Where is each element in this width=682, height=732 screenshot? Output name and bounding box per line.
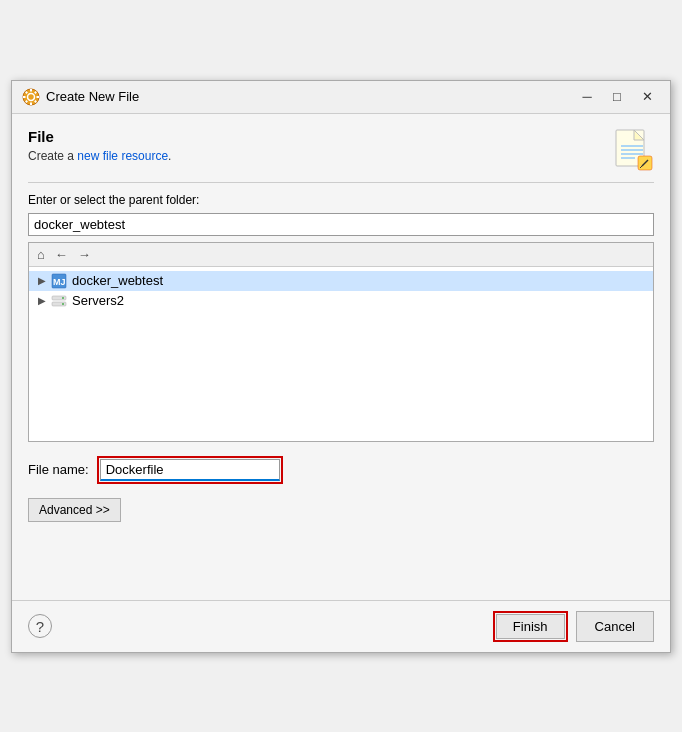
tree-extra-space — [29, 315, 653, 395]
filename-input-border — [97, 456, 283, 484]
tree-forward-button[interactable]: → — [76, 246, 93, 263]
desc-link[interactable]: new file resource — [77, 149, 168, 163]
finish-btn-wrapper: Finish — [493, 611, 568, 642]
close-button[interactable]: ✕ — [634, 87, 660, 107]
file-icon — [610, 128, 654, 172]
folder-section: Enter or select the parent folder: ⌂ ← → — [28, 193, 654, 442]
title-bar-controls: ─ □ ✕ — [574, 87, 660, 107]
svg-rect-3 — [30, 102, 32, 105]
back-icon: ← — [55, 247, 68, 262]
title-bar-left: Create New File — [22, 88, 139, 106]
bottom-spacer — [28, 532, 654, 582]
advanced-section: Advanced >> — [28, 494, 654, 522]
svg-rect-2 — [30, 89, 32, 92]
tree-toolbar: ⌂ ← → — [29, 243, 653, 267]
svg-point-24 — [62, 303, 64, 305]
section-title: File — [28, 128, 171, 145]
svg-rect-4 — [23, 96, 26, 98]
desc-post: . — [168, 149, 171, 163]
tree-back-button[interactable]: ← — [53, 246, 70, 263]
expand-icon-docker-webtest: ▶ — [35, 275, 49, 286]
maximize-button[interactable]: □ — [604, 87, 630, 107]
folder-input[interactable] — [28, 213, 654, 236]
tree-item-docker-webtest[interactable]: ▶ MJ docker_webtest — [29, 271, 653, 291]
finish-button[interactable]: Finish — [496, 614, 565, 639]
tree-item-servers2[interactable]: ▶ Servers2 — [29, 291, 653, 311]
window-title: Create New File — [46, 89, 139, 104]
filename-input[interactable] — [100, 459, 280, 481]
tree-body: ▶ MJ docker_webtest ▶ — [29, 267, 653, 315]
tree-item-label-servers2: Servers2 — [72, 293, 124, 308]
filename-section: File name: — [28, 452, 654, 484]
tree-item-label-docker-webtest: docker_webtest — [72, 273, 163, 288]
footer: ? Finish Cancel — [12, 601, 670, 652]
tree-container: ⌂ ← → ▶ MJ — [28, 242, 654, 442]
footer-buttons: Finish Cancel — [493, 611, 654, 642]
help-button[interactable]: ? — [28, 614, 52, 638]
header-text: File Create a new file resource. — [28, 128, 171, 163]
title-bar: Create New File ─ □ ✕ — [12, 81, 670, 114]
section-description: Create a new file resource. — [28, 149, 171, 163]
server-icon-servers2 — [51, 293, 67, 309]
svg-rect-5 — [37, 96, 40, 98]
dialog-icon — [22, 88, 40, 106]
desc-pre: Create a — [28, 149, 77, 163]
dialog-content: File Create a new file resource. — [12, 114, 670, 592]
svg-text:MJ: MJ — [53, 277, 66, 287]
filename-label: File name: — [28, 462, 89, 477]
tree-home-button[interactable]: ⌂ — [35, 246, 47, 263]
create-new-file-dialog: Create New File ─ □ ✕ File Create a new … — [11, 80, 671, 653]
advanced-button[interactable]: Advanced >> — [28, 498, 121, 522]
folder-label: Enter or select the parent folder: — [28, 193, 654, 207]
project-icon-docker-webtest: MJ — [51, 273, 67, 289]
header-section: File Create a new file resource. — [28, 128, 654, 183]
home-icon: ⌂ — [37, 247, 45, 262]
cancel-button[interactable]: Cancel — [576, 611, 654, 642]
svg-point-23 — [62, 297, 64, 299]
minimize-button[interactable]: ─ — [574, 87, 600, 107]
forward-icon: → — [78, 247, 91, 262]
expand-icon-servers2: ▶ — [35, 295, 49, 306]
